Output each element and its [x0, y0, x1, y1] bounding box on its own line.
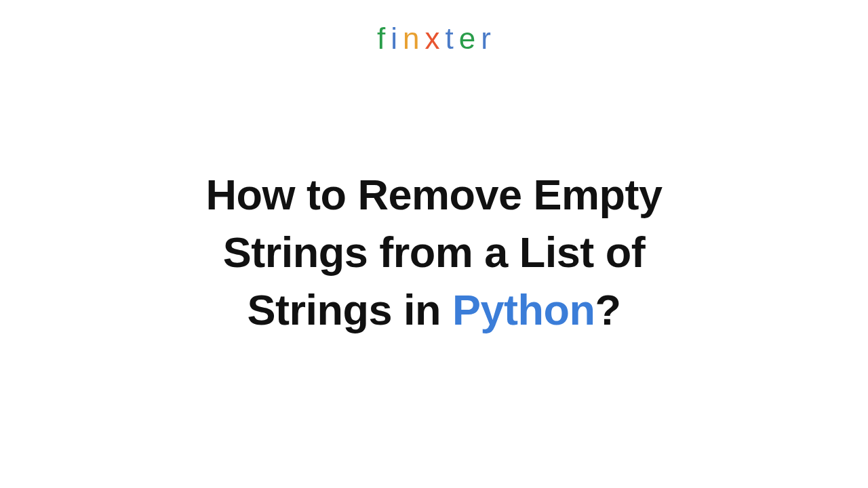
logo-letter-r: r	[481, 22, 491, 56]
brand-logo: f i n x t e r	[0, 0, 868, 56]
logo-letter-n: n	[403, 22, 419, 56]
logo-letter-i: i	[391, 22, 397, 56]
title-section: How to Remove Empty Strings from a List …	[0, 166, 868, 339]
logo-letter-f: f	[377, 22, 385, 56]
title-line-3-prefix: Strings in	[247, 286, 452, 333]
page-title: How to Remove Empty Strings from a List …	[0, 166, 868, 339]
logo-letter-x: x	[425, 22, 440, 56]
title-line-3-suffix: ?	[595, 286, 621, 333]
logo-letter-e: e	[459, 22, 475, 56]
title-highlight-word: Python	[452, 286, 595, 333]
title-line-2: Strings from a List of	[223, 228, 646, 276]
title-line-1: How to Remove Empty	[205, 171, 662, 218]
logo-letter-t: t	[446, 22, 454, 56]
